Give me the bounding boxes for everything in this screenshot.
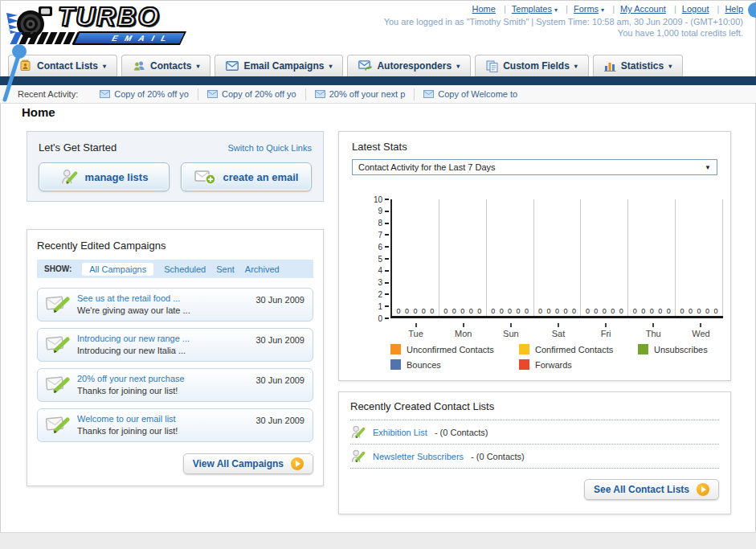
filter-archived[interactable]: Archived bbox=[245, 264, 280, 274]
recent-activity-item[interactable]: Copy of 20% off yo bbox=[198, 88, 305, 100]
campaign-filter-bar: SHOW: All Campaigns Scheduled Sent Archi… bbox=[37, 260, 313, 278]
show-label: SHOW: bbox=[44, 264, 72, 273]
campaign-date: 30 Jun 2009 bbox=[255, 374, 304, 385]
data-label: 0 bbox=[705, 307, 709, 315]
filter-all-campaigns[interactable]: All Campaigns bbox=[82, 263, 153, 276]
envelope-pencil-icon bbox=[46, 334, 70, 354]
data-label: 0 bbox=[452, 307, 456, 315]
nav-item-templates[interactable]: Templates▾ bbox=[498, 4, 558, 14]
campaign-date: 30 Jun 2009 bbox=[255, 414, 304, 425]
data-label: 0 bbox=[697, 307, 701, 315]
tab-custom-fields[interactable]: Custom Fields ▾ bbox=[475, 55, 589, 76]
campaign-row[interactable]: 20% off your next purchase Thanks for jo… bbox=[37, 368, 313, 402]
create-email-button[interactable]: create an email bbox=[181, 162, 312, 191]
tab-email-campaigns[interactable]: Email Campaigns ▾ bbox=[215, 55, 343, 76]
chevron-down-icon: ▼ bbox=[705, 164, 711, 171]
filter-scheduled[interactable]: Scheduled bbox=[164, 264, 206, 274]
tab-statistics[interactable]: Statistics ▾ bbox=[593, 55, 683, 76]
logo-title: TURBO bbox=[58, 2, 160, 32]
campaign-row[interactable]: Introducing our new range ... Introducin… bbox=[37, 328, 313, 362]
nav-item-my-account[interactable]: My Account bbox=[607, 4, 666, 14]
nav-item-help[interactable]: Help bbox=[712, 4, 743, 14]
campaign-title-link[interactable]: 20% off your next purchase bbox=[77, 374, 248, 383]
y-axis-tick: 7 bbox=[378, 230, 389, 240]
switch-quick-links-link[interactable]: Switch to Quick Links bbox=[227, 143, 312, 153]
data-label: 0 bbox=[713, 307, 717, 315]
data-label: 0 bbox=[413, 307, 417, 315]
legend-swatch bbox=[390, 359, 401, 370]
data-label: 0 bbox=[547, 307, 551, 315]
data-label: 0 bbox=[500, 307, 504, 315]
nav-item-logout[interactable]: Logout bbox=[668, 4, 709, 14]
data-label: 0 bbox=[422, 307, 426, 315]
x-axis-label: Sat bbox=[534, 323, 582, 338]
chevron-down-icon: ▾ bbox=[329, 63, 332, 70]
view-all-campaigns-button[interactable]: View All Campaigns bbox=[183, 453, 313, 474]
campaign-row[interactable]: See us at the retail food ... We're givi… bbox=[37, 288, 313, 322]
legend-swatch bbox=[390, 344, 401, 354]
get-started-title: Let's Get Started bbox=[39, 141, 116, 154]
chart-group: 00000 bbox=[392, 199, 439, 316]
legend-item: Forwards bbox=[519, 359, 638, 370]
contact-list-count: - (0 Contacts) bbox=[435, 428, 488, 437]
filter-sent[interactable]: Sent bbox=[216, 264, 235, 274]
chart-group: 00000 bbox=[676, 199, 723, 316]
annotation-pin-left bbox=[2, 42, 31, 104]
y-axis-tick: 6 bbox=[378, 242, 389, 252]
y-axis-tick: 10 bbox=[374, 195, 389, 204]
contacts-icon bbox=[133, 59, 145, 72]
x-axis-label: Mon bbox=[439, 323, 487, 338]
contact-list-item[interactable]: Exhibition List - (0 Contacts) bbox=[350, 420, 719, 445]
manage-lists-button[interactable]: manage lists bbox=[39, 162, 170, 191]
recent-activity-item[interactable]: Copy of 20% off yo bbox=[91, 88, 198, 100]
campaign-subtitle: We're giving away our late ... bbox=[77, 305, 248, 315]
contact-list-link[interactable]: Exhibition List bbox=[373, 428, 427, 437]
nav-item-home[interactable]: Home bbox=[472, 4, 496, 14]
x-axis-label: Fri bbox=[582, 323, 630, 338]
navy-divider-bar bbox=[0, 76, 756, 85]
annotation-pin-right bbox=[748, 2, 756, 18]
campaign-title-link[interactable]: See us at the retail food ... bbox=[77, 293, 248, 303]
campaigns-panel: Recently Edited Campaigns SHOW: All Camp… bbox=[27, 229, 324, 486]
nav-item-forms[interactable]: Forms▾ bbox=[560, 4, 604, 14]
tab-contacts[interactable]: Contacts ▾ bbox=[121, 55, 210, 76]
credits-status: You have 1,000 total credits left. bbox=[618, 28, 743, 38]
chart-y-axis: 109876543210 bbox=[360, 199, 389, 321]
data-label: 0 bbox=[508, 307, 512, 315]
data-label: 0 bbox=[689, 307, 693, 315]
chevron-down-icon: ▾ bbox=[554, 6, 558, 14]
chevron-down-icon: ▾ bbox=[456, 63, 460, 70]
envelope-icon bbox=[207, 90, 218, 98]
chevron-down-icon: ▾ bbox=[196, 63, 199, 70]
data-label: 0 bbox=[491, 307, 495, 315]
campaign-title-link[interactable]: Introducing our new range ... bbox=[77, 334, 248, 343]
chart-group: 00000 bbox=[628, 199, 676, 316]
envelope-pencil-icon bbox=[46, 293, 70, 314]
campaign-row[interactable]: Welcome to our email list Thanks for joi… bbox=[37, 408, 313, 442]
legend-swatch bbox=[519, 359, 529, 370]
chevron-down-icon: ▾ bbox=[574, 63, 578, 70]
logo-email-bar: EMAIL bbox=[72, 31, 186, 45]
footer-strip bbox=[0, 532, 756, 549]
contact-list-item[interactable]: Newsletter Subscribers - (0 Contacts) bbox=[350, 445, 719, 469]
recent-activity-bar: Recent Activity: Copy of 20% off yo Copy… bbox=[0, 85, 756, 104]
tab-autoresponders[interactable]: Autoresponders ▾ bbox=[347, 55, 471, 76]
recent-activity-item[interactable]: 20% off your next p bbox=[305, 88, 415, 100]
latest-stats-title: Latest Stats bbox=[352, 141, 407, 153]
main-tabs: Contact Lists ▾ Contacts ▾ Email Campaig… bbox=[8, 55, 683, 76]
chart-legend: Unconfirmed ContactsConfirmed ContactsUn… bbox=[390, 344, 708, 370]
contact-list-link[interactable]: Newsletter Subscribers bbox=[373, 452, 464, 461]
recent-activity-item[interactable]: Copy of Welcome to bbox=[414, 88, 526, 100]
see-all-contact-lists-button[interactable]: See All Contact Lists bbox=[584, 479, 719, 500]
campaign-title-link[interactable]: Welcome to our email list bbox=[77, 414, 248, 424]
y-axis-tick: 1 bbox=[378, 301, 389, 311]
y-axis-tick: 8 bbox=[378, 219, 389, 228]
stats-report-dropdown[interactable]: Contact Activity for the Last 7 Days ▼ bbox=[352, 159, 717, 175]
envelope-icon bbox=[423, 90, 434, 98]
legend-swatch bbox=[638, 344, 648, 354]
turbo-email-logo[interactable]: TURBO EMAIL bbox=[5, 3, 206, 50]
data-label: 0 bbox=[667, 307, 671, 315]
y-axis-tick: 3 bbox=[378, 278, 389, 288]
chart-group: 00000 bbox=[487, 199, 534, 316]
y-axis-tick: 5 bbox=[378, 254, 389, 264]
